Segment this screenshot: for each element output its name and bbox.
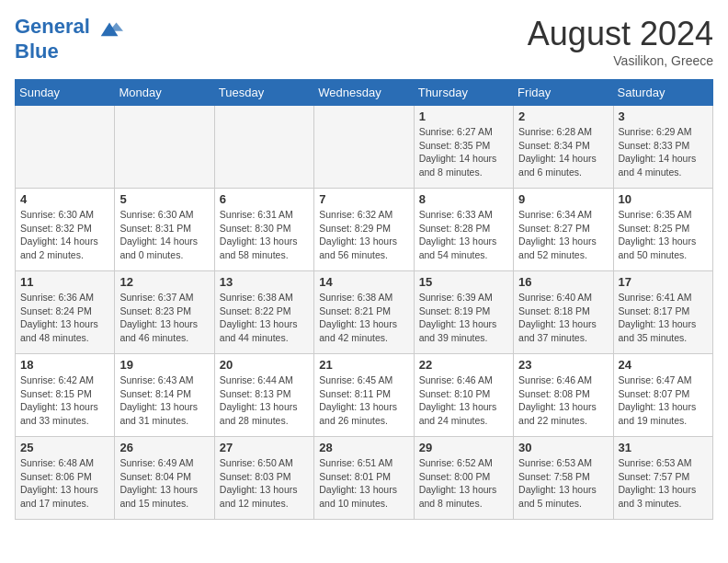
day-number: 6: [220, 192, 309, 206]
calendar-cell: 31Sunrise: 6:53 AMSunset: 7:57 PMDayligh…: [613, 437, 712, 520]
calendar-cell: 26Sunrise: 6:49 AMSunset: 8:04 PMDayligh…: [115, 437, 214, 520]
calendar-cell: 25Sunrise: 6:48 AMSunset: 8:06 PMDayligh…: [16, 437, 115, 520]
calendar-cell: [214, 106, 313, 189]
day-info: Sunrise: 6:53 AMSunset: 7:57 PMDaylight:…: [619, 456, 708, 511]
calendar-cell: 13Sunrise: 6:38 AMSunset: 8:22 PMDayligh…: [214, 271, 313, 354]
calendar-cell: 9Sunrise: 6:34 AMSunset: 8:27 PMDaylight…: [514, 189, 613, 271]
calendar-cell: 17Sunrise: 6:41 AMSunset: 8:17 PMDayligh…: [613, 271, 712, 354]
calendar-cell: 19Sunrise: 6:43 AMSunset: 8:14 PMDayligh…: [115, 354, 214, 437]
calendar-week-1: 1Sunrise: 6:27 AMSunset: 8:35 PMDaylight…: [16, 106, 713, 189]
calendar-week-2: 4Sunrise: 6:30 AMSunset: 8:32 PMDaylight…: [16, 189, 713, 271]
weekday-header-friday: Friday: [514, 80, 613, 106]
weekday-header-sunday: Sunday: [16, 80, 115, 106]
day-number: 22: [419, 358, 508, 372]
weekday-header-saturday: Saturday: [613, 80, 712, 106]
day-info: Sunrise: 6:53 AMSunset: 7:58 PMDaylight:…: [518, 456, 608, 511]
day-info: Sunrise: 6:30 AMSunset: 8:31 PMDaylight:…: [119, 208, 209, 262]
weekday-header-tuesday: Tuesday: [214, 80, 313, 106]
day-info: Sunrise: 6:29 AMSunset: 8:33 PMDaylight:…: [619, 125, 708, 179]
calendar-cell: 7Sunrise: 6:32 AMSunset: 8:29 PMDaylight…: [314, 189, 414, 271]
calendar-cell: 1Sunrise: 6:27 AMSunset: 8:35 PMDaylight…: [414, 106, 513, 189]
day-number: 7: [319, 192, 408, 206]
day-info: Sunrise: 6:30 AMSunset: 8:32 PMDaylight:…: [20, 208, 109, 262]
day-number: 8: [419, 192, 508, 206]
day-number: 27: [220, 441, 309, 454]
day-info: Sunrise: 6:46 AMSunset: 8:08 PMDaylight:…: [518, 373, 608, 428]
day-number: 11: [20, 275, 109, 289]
day-info: Sunrise: 6:46 AMSunset: 8:10 PMDaylight:…: [419, 373, 508, 428]
day-number: 17: [619, 275, 708, 289]
day-info: Sunrise: 6:51 AMSunset: 8:01 PMDaylight:…: [319, 456, 408, 511]
calendar-cell: 28Sunrise: 6:51 AMSunset: 8:01 PMDayligh…: [314, 437, 414, 520]
day-number: 16: [518, 275, 608, 289]
day-info: Sunrise: 6:48 AMSunset: 8:06 PMDaylight:…: [20, 456, 109, 511]
day-number: 24: [619, 358, 708, 372]
day-number: 9: [518, 192, 608, 206]
calendar-table: SundayMondayTuesdayWednesdayThursdayFrid…: [15, 79, 713, 520]
day-info: Sunrise: 6:47 AMSunset: 8:07 PMDaylight:…: [619, 373, 708, 428]
calendar-cell: 15Sunrise: 6:39 AMSunset: 8:19 PMDayligh…: [414, 271, 513, 354]
day-info: Sunrise: 6:35 AMSunset: 8:25 PMDaylight:…: [619, 208, 708, 262]
logo-line1: General: [15, 15, 90, 38]
day-info: Sunrise: 6:42 AMSunset: 8:15 PMDaylight:…: [20, 373, 109, 428]
calendar-cell: 12Sunrise: 6:37 AMSunset: 8:23 PMDayligh…: [115, 271, 214, 354]
day-info: Sunrise: 6:52 AMSunset: 8:00 PMDaylight:…: [419, 456, 508, 511]
calendar-cell: 6Sunrise: 6:31 AMSunset: 8:30 PMDaylight…: [214, 189, 313, 271]
calendar-cell: [115, 106, 214, 189]
weekday-row: SundayMondayTuesdayWednesdayThursdayFrid…: [16, 80, 713, 106]
day-number: 14: [319, 275, 408, 289]
day-info: Sunrise: 6:33 AMSunset: 8:28 PMDaylight:…: [419, 208, 508, 262]
calendar-week-3: 11Sunrise: 6:36 AMSunset: 8:24 PMDayligh…: [16, 271, 713, 354]
day-number: 3: [619, 109, 708, 123]
day-info: Sunrise: 6:39 AMSunset: 8:19 PMDaylight:…: [419, 291, 508, 345]
calendar-cell: [16, 106, 115, 189]
day-number: 4: [20, 192, 109, 206]
day-number: 18: [20, 358, 109, 372]
day-number: 1: [419, 109, 508, 123]
day-info: Sunrise: 6:38 AMSunset: 8:22 PMDaylight:…: [220, 291, 309, 345]
day-info: Sunrise: 6:36 AMSunset: 8:24 PMDaylight:…: [20, 291, 109, 345]
day-number: 20: [220, 358, 309, 372]
calendar-cell: 2Sunrise: 6:28 AMSunset: 8:34 PMDaylight…: [514, 106, 613, 189]
day-number: 10: [619, 192, 708, 206]
day-number: 28: [319, 441, 408, 454]
calendar-cell: 21Sunrise: 6:45 AMSunset: 8:11 PMDayligh…: [314, 354, 414, 437]
day-info: Sunrise: 6:27 AMSunset: 8:35 PMDaylight:…: [419, 125, 508, 179]
logo-text: General: [15, 15, 123, 40]
logo-icon: [97, 15, 123, 40]
calendar-cell: 10Sunrise: 6:35 AMSunset: 8:25 PMDayligh…: [613, 189, 712, 271]
month-year: August 2024: [528, 15, 713, 53]
page-header: General Blue August 2024 Vasilikon, Gree…: [15, 15, 713, 68]
day-number: 25: [20, 441, 109, 454]
calendar-week-5: 25Sunrise: 6:48 AMSunset: 8:06 PMDayligh…: [16, 437, 713, 520]
calendar-body: 1Sunrise: 6:27 AMSunset: 8:35 PMDaylight…: [16, 106, 713, 520]
calendar-cell: [314, 106, 414, 189]
calendar-cell: 16Sunrise: 6:40 AMSunset: 8:18 PMDayligh…: [514, 271, 613, 354]
day-info: Sunrise: 6:31 AMSunset: 8:30 PMDaylight:…: [220, 208, 309, 262]
day-number: 23: [518, 358, 608, 372]
day-number: 12: [119, 275, 209, 289]
day-number: 2: [518, 109, 608, 123]
calendar-week-4: 18Sunrise: 6:42 AMSunset: 8:15 PMDayligh…: [16, 354, 713, 437]
day-info: Sunrise: 6:37 AMSunset: 8:23 PMDaylight:…: [119, 291, 209, 345]
day-info: Sunrise: 6:41 AMSunset: 8:17 PMDaylight:…: [619, 291, 708, 345]
calendar-cell: 4Sunrise: 6:30 AMSunset: 8:32 PMDaylight…: [16, 189, 115, 271]
calendar-cell: 14Sunrise: 6:38 AMSunset: 8:21 PMDayligh…: [314, 271, 414, 354]
weekday-header-wednesday: Wednesday: [314, 80, 414, 106]
calendar-cell: 30Sunrise: 6:53 AMSunset: 7:58 PMDayligh…: [514, 437, 613, 520]
day-number: 26: [119, 441, 209, 454]
day-info: Sunrise: 6:28 AMSunset: 8:34 PMDaylight:…: [518, 125, 608, 179]
calendar-cell: 3Sunrise: 6:29 AMSunset: 8:33 PMDaylight…: [613, 106, 712, 189]
day-info: Sunrise: 6:34 AMSunset: 8:27 PMDaylight:…: [518, 208, 608, 262]
day-number: 29: [419, 441, 508, 454]
logo-line2: Blue: [15, 40, 123, 63]
day-number: 30: [518, 441, 608, 454]
day-number: 19: [119, 358, 209, 372]
calendar-header: SundayMondayTuesdayWednesdayThursdayFrid…: [16, 80, 713, 106]
calendar-cell: 5Sunrise: 6:30 AMSunset: 8:31 PMDaylight…: [115, 189, 214, 271]
calendar-cell: 23Sunrise: 6:46 AMSunset: 8:08 PMDayligh…: [514, 354, 613, 437]
calendar-cell: 11Sunrise: 6:36 AMSunset: 8:24 PMDayligh…: [16, 271, 115, 354]
day-info: Sunrise: 6:32 AMSunset: 8:29 PMDaylight:…: [319, 208, 408, 262]
calendar-cell: 8Sunrise: 6:33 AMSunset: 8:28 PMDaylight…: [414, 189, 513, 271]
location: Vasilikon, Greece: [528, 53, 713, 68]
